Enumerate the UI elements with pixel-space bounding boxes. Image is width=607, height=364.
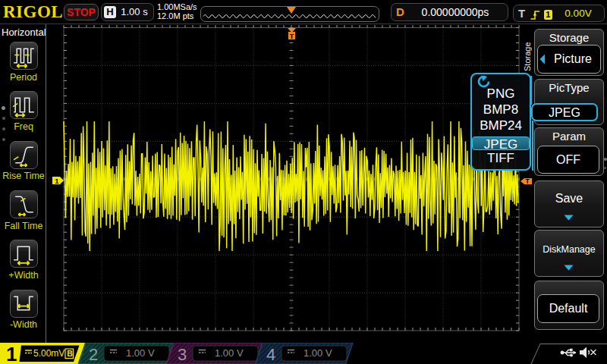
svg-text:1: 1 bbox=[55, 177, 59, 185]
svg-text:4: 4 bbox=[266, 345, 275, 364]
svg-text:3: 3 bbox=[178, 345, 187, 364]
svg-text:T: T bbox=[525, 177, 530, 185]
svg-text:1.00 V: 1.00 V bbox=[126, 347, 155, 359]
svg-text:2: 2 bbox=[89, 345, 98, 364]
svg-text:1.00 V: 1.00 V bbox=[215, 347, 244, 359]
svg-text:5.00mV: 5.00mV bbox=[33, 348, 64, 359]
svg-text:B: B bbox=[67, 349, 73, 358]
svg-text:1: 1 bbox=[6, 343, 17, 364]
svg-text:T: T bbox=[290, 33, 294, 40]
svg-text:1.00 V: 1.00 V bbox=[304, 347, 332, 359]
